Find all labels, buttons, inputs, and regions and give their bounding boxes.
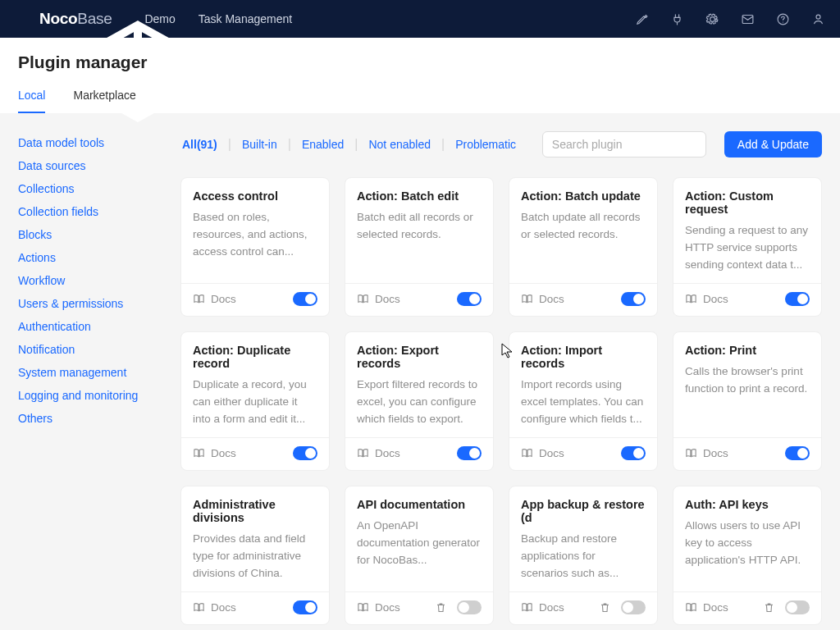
top-nav: Demo Task Management: [144, 12, 292, 25]
plugin-title: API documentation: [357, 498, 482, 511]
plugin-card[interactable]: Action: Import recordsImport records usi…: [509, 331, 658, 471]
logo[interactable]: NocoBase: [15, 10, 112, 28]
enable-toggle[interactable]: [457, 600, 482, 614]
enable-toggle[interactable]: [621, 446, 646, 460]
plugin-description: Duplicate a record, you can either dupli…: [193, 377, 317, 428]
plugin-description: Allows users to use API key to access ap…: [685, 518, 810, 569]
plugin-description: Export filtered records to excel, you ca…: [357, 377, 482, 428]
plugin-card[interactable]: Action: Export recordsExport filtered re…: [345, 331, 494, 471]
nav-task-management[interactable]: Task Management: [199, 12, 292, 25]
filter-not-enabled[interactable]: Not enabled: [367, 138, 432, 151]
docs-link[interactable]: Docs: [521, 447, 564, 459]
nav-demo[interactable]: Demo: [144, 12, 175, 25]
plugin-description: Sending a request to any HTTP service su…: [685, 222, 810, 274]
plugin-title: Action: Import records: [521, 344, 646, 370]
gear-icon[interactable]: [705, 12, 719, 26]
sidebar-item-blocks[interactable]: Blocks: [18, 228, 180, 241]
plugin-description: Batch edit all records or selected recor…: [357, 209, 482, 244]
plugin-description: Batch update all records or selected rec…: [521, 209, 646, 244]
enable-toggle[interactable]: [293, 446, 317, 460]
plugin-card[interactable]: Administrative divisionsProvides data an…: [180, 486, 330, 625]
enable-toggle[interactable]: [621, 600, 646, 614]
plugin-title: Auth: API keys: [685, 498, 810, 511]
brand-bold: Noco: [39, 10, 77, 27]
plugin-card[interactable]: App backup & restore (dBackup and restor…: [509, 486, 658, 625]
search-input[interactable]: [542, 131, 706, 158]
enable-toggle[interactable]: [621, 292, 646, 306]
sidebar-item-workflow[interactable]: Workflow: [18, 274, 180, 287]
sidebar-item-data-sources[interactable]: Data sources: [18, 159, 180, 172]
sidebar-item-collections[interactable]: Collections: [18, 182, 180, 195]
delete-icon[interactable]: [763, 601, 775, 614]
docs-link[interactable]: Docs: [685, 601, 728, 614]
enable-toggle[interactable]: [785, 292, 810, 306]
plugin-card[interactable]: Action: Custom requestSending a request …: [673, 177, 822, 317]
docs-link[interactable]: Docs: [357, 447, 400, 459]
plugin-card[interactable]: Action: Duplicate recordDuplicate a reco…: [180, 331, 330, 471]
docs-link[interactable]: Docs: [685, 293, 728, 305]
logo-icon: [15, 10, 33, 28]
plugin-title: App backup & restore (d: [521, 498, 646, 524]
enable-toggle[interactable]: [457, 446, 482, 460]
add-update-button[interactable]: Add & Update: [724, 131, 822, 158]
plugin-card[interactable]: Action: PrintCalls the browser's print f…: [673, 331, 822, 471]
filter-enabled[interactable]: Enabled: [300, 138, 345, 151]
plugin-title: Access control: [193, 189, 317, 203]
docs-link[interactable]: Docs: [357, 601, 400, 614]
delete-icon[interactable]: [435, 601, 447, 614]
filter-problematic[interactable]: Problematic: [454, 138, 518, 151]
mail-icon[interactable]: [741, 12, 755, 26]
enable-toggle[interactable]: [457, 292, 482, 306]
filter-links: All(91) | Built-in | Enabled | Not enabl…: [180, 137, 536, 152]
docs-link[interactable]: Docs: [357, 293, 400, 305]
docs-link[interactable]: Docs: [685, 447, 728, 459]
sidebar-item-logging-and-monitoring[interactable]: Logging and monitoring: [18, 389, 180, 402]
plugin-description: An OpenAPI documentation generator for N…: [357, 518, 482, 569]
docs-link[interactable]: Docs: [521, 601, 564, 614]
plugin-title: Action: Batch edit: [357, 189, 482, 203]
plugin-description: Based on roles, resources, and actions, …: [193, 209, 317, 261]
sidebar-item-authentication[interactable]: Authentication: [18, 320, 180, 333]
tab-local[interactable]: Local: [18, 89, 45, 113]
enable-toggle[interactable]: [785, 600, 810, 614]
plugin-card[interactable]: Action: Batch editBatch edit all records…: [345, 177, 494, 317]
plugin-card[interactable]: Auth: API keysAllows users to use API ke…: [673, 486, 822, 625]
sidebar: Data model toolsData sourcesCollectionsC…: [0, 113, 180, 625]
plugin-description: Backup and restore applications for scen…: [521, 531, 646, 582]
docs-link[interactable]: Docs: [193, 601, 236, 614]
plugin-title: Administrative divisions: [193, 498, 317, 524]
docs-link[interactable]: Docs: [521, 293, 564, 305]
sidebar-item-others[interactable]: Others: [18, 412, 180, 425]
sidebar-item-users-permissions[interactable]: Users & permissions: [18, 297, 180, 310]
filter-row: All(91) | Built-in | Enabled | Not enabl…: [180, 131, 822, 158]
sidebar-item-data-model-tools[interactable]: Data model tools: [18, 136, 180, 149]
help-icon[interactable]: [776, 12, 790, 26]
plugin-icon[interactable]: [670, 12, 684, 26]
filter-built-in[interactable]: Built-in: [240, 138, 279, 151]
content: All(91) | Built-in | Enabled | Not enabl…: [180, 113, 840, 625]
plugin-title: Action: Print: [685, 344, 810, 357]
plugin-card[interactable]: API documentationAn OpenAPI documentatio…: [345, 486, 494, 625]
enable-toggle[interactable]: [785, 446, 810, 460]
sidebar-item-actions[interactable]: Actions: [18, 251, 180, 264]
sidebar-item-system-management[interactable]: System management: [18, 366, 180, 379]
docs-link[interactable]: Docs: [193, 293, 236, 305]
plugin-card[interactable]: Action: Batch updateBatch update all rec…: [509, 177, 658, 317]
sidebar-item-notification[interactable]: Notification: [18, 343, 180, 356]
user-icon[interactable]: [811, 12, 825, 26]
tab-marketplace[interactable]: Marketplace: [73, 89, 135, 113]
plugin-description: Calls the browser's print function to pr…: [685, 363, 810, 398]
plugin-description: Import records using excel templates. Yo…: [521, 377, 646, 428]
enable-toggle[interactable]: [293, 600, 317, 614]
top-bar: NocoBase Demo Task Management: [0, 0, 840, 38]
filter-all[interactable]: All(91): [180, 138, 219, 151]
highlight-icon[interactable]: [635, 12, 649, 26]
delete-icon[interactable]: [599, 601, 611, 614]
top-icons: [635, 12, 825, 26]
plugin-title: Action: Batch update: [521, 189, 646, 203]
sidebar-item-collection-fields[interactable]: Collection fields: [18, 205, 180, 218]
docs-link[interactable]: Docs: [193, 447, 236, 459]
plugin-title: Action: Custom request: [685, 189, 810, 216]
enable-toggle[interactable]: [293, 292, 317, 306]
plugin-card[interactable]: Access controlBased on roles, resources,…: [180, 177, 330, 317]
